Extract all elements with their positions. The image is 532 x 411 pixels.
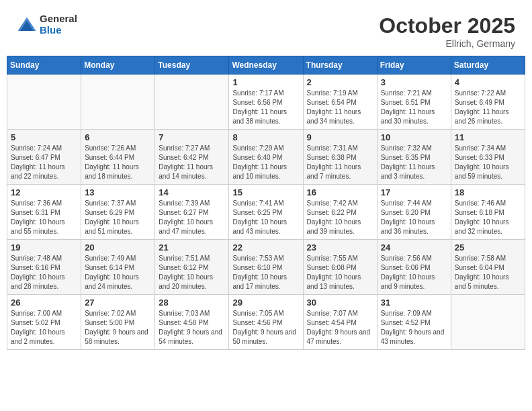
day-number: 21 (159, 242, 225, 253)
day-info: Sunrise: 7:09 AM Sunset: 4:52 PM Dayligh… (381, 309, 447, 347)
day-info: Sunrise: 7:44 AM Sunset: 6:20 PM Dayligh… (381, 199, 447, 236)
day-info: Sunrise: 7:17 AM Sunset: 6:56 PM Dayligh… (232, 89, 299, 126)
calendar-cell: 31Sunrise: 7:09 AM Sunset: 4:52 PM Dayli… (377, 295, 451, 350)
calendar-cell: 8Sunrise: 7:29 AM Sunset: 6:40 PM Daylig… (229, 130, 303, 185)
calendar-cell (451, 295, 525, 350)
calendar-cell: 30Sunrise: 7:07 AM Sunset: 4:54 PM Dayli… (303, 295, 377, 350)
day-number: 31 (381, 298, 447, 308)
day-number: 20 (85, 242, 151, 253)
logo-icon (17, 15, 37, 35)
calendar-cell (155, 75, 229, 130)
calendar-week-row: 26Sunrise: 7:00 AM Sunset: 5:02 PM Dayli… (7, 295, 525, 350)
calendar-cell: 18Sunrise: 7:46 AM Sunset: 6:18 PM Dayli… (451, 185, 525, 240)
calendar-cell: 6Sunrise: 7:26 AM Sunset: 6:44 PM Daylig… (81, 130, 155, 185)
weekday-header-friday: Friday (377, 56, 451, 75)
day-info: Sunrise: 7:37 AM Sunset: 6:29 PM Dayligh… (85, 199, 151, 236)
calendar-cell: 12Sunrise: 7:36 AM Sunset: 6:31 PM Dayli… (7, 185, 81, 240)
day-number: 19 (11, 242, 77, 253)
day-info: Sunrise: 7:56 AM Sunset: 6:06 PM Dayligh… (381, 254, 447, 291)
day-info: Sunrise: 7:32 AM Sunset: 6:35 PM Dayligh… (381, 144, 447, 181)
calendar-cell: 28Sunrise: 7:03 AM Sunset: 4:58 PM Dayli… (155, 295, 229, 350)
day-info: Sunrise: 7:07 AM Sunset: 4:54 PM Dayligh… (307, 309, 373, 347)
logo-general-text: General (40, 13, 77, 25)
day-number: 22 (232, 242, 299, 253)
day-info: Sunrise: 7:19 AM Sunset: 6:54 PM Dayligh… (307, 89, 373, 126)
day-number: 5 (11, 132, 77, 142)
calendar-cell: 14Sunrise: 7:39 AM Sunset: 6:27 PM Dayli… (155, 185, 229, 240)
day-number: 13 (85, 187, 151, 197)
day-number: 4 (455, 77, 521, 87)
day-number: 27 (85, 298, 151, 308)
day-info: Sunrise: 7:05 AM Sunset: 4:56 PM Dayligh… (232, 309, 299, 347)
calendar-cell: 20Sunrise: 7:49 AM Sunset: 6:14 PM Dayli… (81, 240, 155, 295)
weekday-header-monday: Monday (81, 56, 155, 75)
calendar-cell: 7Sunrise: 7:27 AM Sunset: 6:42 PM Daylig… (155, 130, 229, 185)
location-subtitle: Ellrich, Germany (379, 38, 515, 49)
day-number: 24 (381, 242, 447, 253)
weekday-header-wednesday: Wednesday (229, 56, 303, 75)
day-number: 18 (455, 187, 521, 197)
weekday-header-row: SundayMondayTuesdayWednesdayThursdayFrid… (7, 56, 525, 75)
title-block: October 2025 Ellrich, Germany (379, 13, 515, 49)
day-info: Sunrise: 7:03 AM Sunset: 4:58 PM Dayligh… (159, 309, 225, 347)
day-info: Sunrise: 7:51 AM Sunset: 6:12 PM Dayligh… (159, 254, 225, 291)
day-info: Sunrise: 7:24 AM Sunset: 6:47 PM Dayligh… (11, 144, 77, 181)
day-number: 29 (232, 298, 299, 308)
day-info: Sunrise: 7:39 AM Sunset: 6:27 PM Dayligh… (159, 199, 225, 236)
day-info: Sunrise: 7:21 AM Sunset: 6:51 PM Dayligh… (381, 89, 447, 126)
calendar-cell: 23Sunrise: 7:55 AM Sunset: 6:08 PM Dayli… (303, 240, 377, 295)
page-header: General Blue October 2025 Ellrich, Germa… (7, 7, 525, 52)
logo-blue-text: Blue (40, 25, 77, 36)
day-number: 12 (11, 187, 77, 197)
day-info: Sunrise: 7:42 AM Sunset: 6:22 PM Dayligh… (307, 199, 373, 236)
day-info: Sunrise: 7:00 AM Sunset: 5:02 PM Dayligh… (11, 309, 77, 347)
day-number: 14 (159, 187, 225, 197)
day-number: 10 (381, 132, 447, 142)
calendar-cell: 2Sunrise: 7:19 AM Sunset: 6:54 PM Daylig… (303, 75, 377, 130)
calendar-week-row: 1Sunrise: 7:17 AM Sunset: 6:56 PM Daylig… (7, 75, 525, 130)
day-number: 7 (159, 132, 225, 142)
day-info: Sunrise: 7:49 AM Sunset: 6:14 PM Dayligh… (85, 254, 151, 291)
day-info: Sunrise: 7:34 AM Sunset: 6:33 PM Dayligh… (455, 144, 521, 181)
weekday-header-sunday: Sunday (7, 56, 81, 75)
logo: General Blue (17, 13, 77, 36)
day-number: 11 (455, 132, 521, 142)
day-info: Sunrise: 7:41 AM Sunset: 6:25 PM Dayligh… (232, 199, 299, 236)
day-info: Sunrise: 7:46 AM Sunset: 6:18 PM Dayligh… (455, 199, 521, 236)
calendar-cell: 5Sunrise: 7:24 AM Sunset: 6:47 PM Daylig… (7, 130, 81, 185)
day-info: Sunrise: 7:02 AM Sunset: 5:00 PM Dayligh… (85, 309, 151, 347)
weekday-header-thursday: Thursday (303, 56, 377, 75)
logo-text: General Blue (40, 13, 77, 36)
calendar-cell: 1Sunrise: 7:17 AM Sunset: 6:56 PM Daylig… (229, 75, 303, 130)
calendar-cell: 3Sunrise: 7:21 AM Sunset: 6:51 PM Daylig… (377, 75, 451, 130)
day-info: Sunrise: 7:26 AM Sunset: 6:44 PM Dayligh… (85, 144, 151, 181)
day-info: Sunrise: 7:53 AM Sunset: 6:10 PM Dayligh… (232, 254, 299, 291)
day-number: 9 (307, 132, 373, 142)
calendar-cell: 17Sunrise: 7:44 AM Sunset: 6:20 PM Dayli… (377, 185, 451, 240)
calendar-cell: 10Sunrise: 7:32 AM Sunset: 6:35 PM Dayli… (377, 130, 451, 185)
day-number: 2 (307, 77, 373, 87)
weekday-header-tuesday: Tuesday (155, 56, 229, 75)
day-info: Sunrise: 7:22 AM Sunset: 6:49 PM Dayligh… (455, 89, 521, 126)
calendar-cell: 21Sunrise: 7:51 AM Sunset: 6:12 PM Dayli… (155, 240, 229, 295)
calendar-table: SundayMondayTuesdayWednesdayThursdayFrid… (7, 56, 525, 350)
calendar-cell: 19Sunrise: 7:48 AM Sunset: 6:16 PM Dayli… (7, 240, 81, 295)
calendar-week-row: 5Sunrise: 7:24 AM Sunset: 6:47 PM Daylig… (7, 130, 525, 185)
calendar-cell: 9Sunrise: 7:31 AM Sunset: 6:38 PM Daylig… (303, 130, 377, 185)
day-number: 15 (232, 187, 299, 197)
calendar-cell: 25Sunrise: 7:58 AM Sunset: 6:04 PM Dayli… (451, 240, 525, 295)
day-number: 17 (381, 187, 447, 197)
day-info: Sunrise: 7:27 AM Sunset: 6:42 PM Dayligh… (159, 144, 225, 181)
calendar-cell: 22Sunrise: 7:53 AM Sunset: 6:10 PM Dayli… (229, 240, 303, 295)
calendar-week-row: 12Sunrise: 7:36 AM Sunset: 6:31 PM Dayli… (7, 185, 525, 240)
calendar-cell: 16Sunrise: 7:42 AM Sunset: 6:22 PM Dayli… (303, 185, 377, 240)
calendar-cell (81, 75, 155, 130)
calendar-cell: 11Sunrise: 7:34 AM Sunset: 6:33 PM Dayli… (451, 130, 525, 185)
day-info: Sunrise: 7:55 AM Sunset: 6:08 PM Dayligh… (307, 254, 373, 291)
calendar-cell: 26Sunrise: 7:00 AM Sunset: 5:02 PM Dayli… (7, 295, 81, 350)
calendar-cell: 15Sunrise: 7:41 AM Sunset: 6:25 PM Dayli… (229, 185, 303, 240)
day-number: 25 (455, 242, 521, 253)
calendar-week-row: 19Sunrise: 7:48 AM Sunset: 6:16 PM Dayli… (7, 240, 525, 295)
calendar-cell: 29Sunrise: 7:05 AM Sunset: 4:56 PM Dayli… (229, 295, 303, 350)
day-number: 30 (307, 298, 373, 308)
